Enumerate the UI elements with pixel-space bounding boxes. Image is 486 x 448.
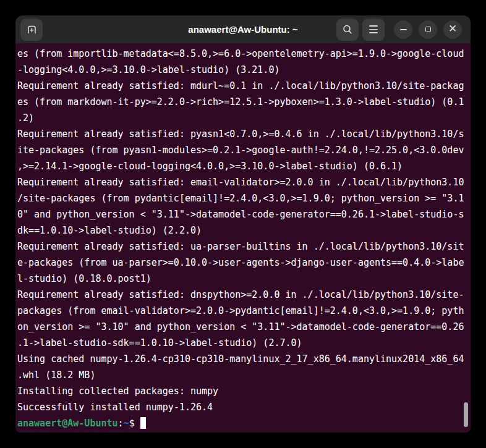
prompt-line: anawaert@Aw-Ubuntu:~$ xyxy=(17,415,471,431)
minimize-icon xyxy=(400,29,407,30)
terminal-line: .whl (18.2 MB) xyxy=(17,367,471,383)
terminal-line: Requirement already satisfied: dnspython… xyxy=(17,287,471,303)
new-tab-button[interactable] xyxy=(20,19,43,41)
close-icon: ✕ xyxy=(448,23,457,34)
terminal-line: on_version >= "3.10" and python_version … xyxy=(17,319,471,335)
terminal-line: Using cached numpy-1.26.4-cp310-cp310-ma… xyxy=(17,351,471,367)
close-button[interactable]: ✕ xyxy=(443,20,462,39)
titlebar[interactable]: anawaert@Aw-Ubuntu: ~ ✕ xyxy=(15,15,471,43)
menu-button[interactable] xyxy=(362,19,385,41)
maximize-button[interactable] xyxy=(419,20,437,39)
maximize-icon xyxy=(425,27,431,32)
terminal-line: -logging<4.0.0,>=3.10.0->label-studio) (… xyxy=(17,62,471,78)
terminal-window: anawaert@Aw-Ubuntu: ~ ✕ xyxy=(15,15,471,433)
terminal-line: Requirement already satisfied: ua-parser… xyxy=(17,239,471,255)
search-icon xyxy=(342,24,353,35)
terminal-line: l-studio) (0.18.0.post1) xyxy=(17,271,471,287)
terminal-line: es (from importlib-metadata<=8.5.0,>=6.0… xyxy=(17,46,471,62)
terminal-line: es (from markdown-it-py>=2.2.0->rich>=12… xyxy=(17,94,471,110)
terminal-output[interactable]: es (from importlib-metadata<=8.5.0,>=6.0… xyxy=(15,43,471,433)
terminal-line: Requirement already satisfied: email-val… xyxy=(17,174,471,190)
prompt-user-host: anawaert@Aw-Ubuntu xyxy=(17,418,118,429)
minimize-button[interactable] xyxy=(394,20,412,39)
prompt-path: ~ xyxy=(124,418,129,429)
terminal-line: packages (from email-validator>=2.0.0->p… xyxy=(17,303,471,319)
terminal-line: 0" and python_version < "3.11"->datamode… xyxy=(17,206,471,222)
terminal-line: Requirement already satisfied: mdurl~=0.… xyxy=(17,78,471,94)
terminal-line: ,>=2.14.1->google-cloud-logging<4.0.0,>=… xyxy=(17,158,471,174)
terminal-line: ite-packages (from pyasn1-modules>=0.2.1… xyxy=(17,142,471,158)
prompt-dollar: $ xyxy=(129,418,140,429)
terminal-line: /site-packages (from pydantic[email]!=2.… xyxy=(17,190,471,206)
terminal-line: .1->label-studio-sdk==1.0.10->label-stud… xyxy=(17,335,471,351)
terminal-line: Successfully installed numpy-1.26.4 xyxy=(17,399,471,415)
scrollbar-thumb[interactable] xyxy=(464,402,468,427)
terminal-line: Installing collected packages: numpy xyxy=(17,383,471,399)
terminal-line: .2) xyxy=(17,110,471,126)
terminal-line: e-packages (from ua-parser>=0.10.0->user… xyxy=(17,255,471,271)
prompt-colon: : xyxy=(118,418,124,429)
new-tab-icon xyxy=(27,24,37,35)
cursor-block xyxy=(140,417,146,429)
terminal-line: Requirement already satisfied: pyasn1<0.… xyxy=(17,126,471,142)
menu-icon xyxy=(369,25,378,33)
search-button[interactable] xyxy=(336,19,359,41)
terminal-line: dk==1.0.10->label-studio) (2.2.0) xyxy=(17,222,471,239)
